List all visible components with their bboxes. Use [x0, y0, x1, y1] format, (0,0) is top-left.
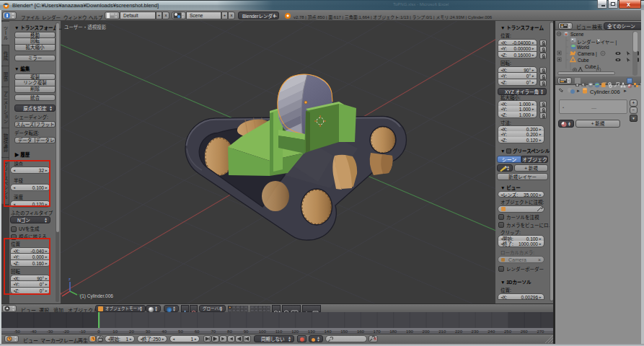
svg-text:-30: -30	[47, 329, 53, 334]
svg-text:10: 10	[113, 329, 118, 334]
svg-text:-20: -20	[63, 329, 69, 334]
svg-text:240: 240	[488, 329, 495, 334]
svg-text:200: 200	[423, 329, 431, 334]
svg-text:140: 140	[324, 329, 332, 334]
svg-text:z: z	[69, 277, 71, 281]
svg-text:-50: -50	[14, 329, 20, 334]
svg-text:60: 60	[195, 329, 200, 334]
svg-text:270: 270	[537, 329, 544, 334]
svg-text:110: 110	[275, 329, 283, 334]
svg-text:190: 190	[406, 329, 414, 334]
svg-text:150: 150	[340, 329, 348, 334]
svg-text:160: 160	[357, 329, 365, 334]
svg-text:250: 250	[504, 329, 512, 334]
svg-text:230: 230	[472, 329, 480, 334]
svg-text:220: 220	[455, 329, 463, 334]
svg-text:210: 210	[438, 329, 446, 334]
svg-text:20: 20	[129, 329, 134, 334]
svg-text:40: 40	[162, 329, 167, 334]
svg-text:130: 130	[308, 329, 316, 334]
svg-text:100: 100	[259, 329, 267, 334]
svg-text:260: 260	[521, 329, 529, 334]
svg-text:-40: -40	[30, 329, 37, 334]
svg-text:90: 90	[244, 329, 249, 334]
svg-text:70: 70	[211, 329, 216, 334]
svg-text:50: 50	[178, 329, 183, 334]
svg-text:-10: -10	[79, 329, 86, 334]
svg-text:180: 180	[389, 329, 397, 334]
svg-text:30: 30	[146, 329, 151, 334]
svg-text:170: 170	[374, 329, 381, 334]
svg-text:120: 120	[291, 329, 299, 334]
svg-text:80: 80	[227, 329, 232, 334]
